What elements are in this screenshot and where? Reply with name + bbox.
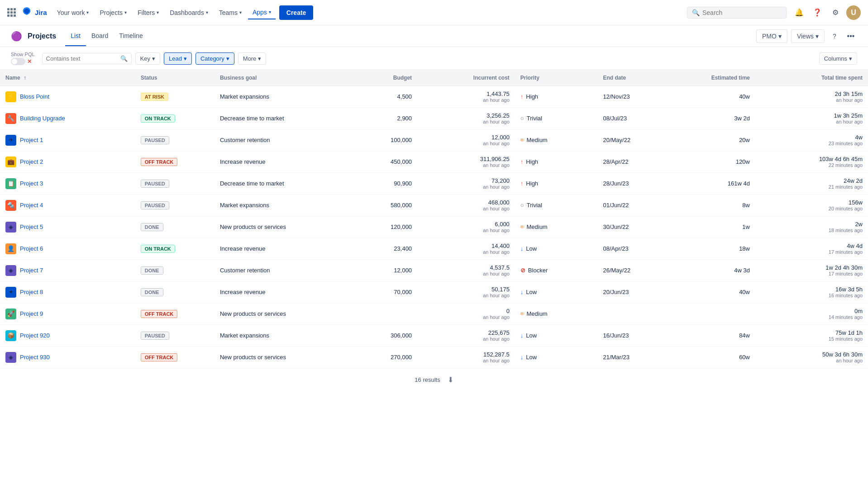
budget-cell: 23,400 — [350, 238, 417, 260]
col-business-goal[interactable]: Business goal — [215, 70, 350, 86]
download-icon[interactable]: ⬇ — [448, 375, 453, 384]
total-time-timestamp: an hour ago — [761, 358, 863, 363]
project-link[interactable]: Project 6 — [20, 245, 43, 252]
category-filter-button[interactable]: Category ▾ — [196, 52, 234, 65]
budget-cell: 4,500 — [350, 86, 417, 108]
table-row: ◈ Project 930 OFF TRACK New products or … — [0, 347, 868, 368]
project-icon-img: ✈ — [5, 135, 16, 146]
user-avatar[interactable]: U — [846, 5, 861, 20]
nav-your-work[interactable]: Your work ▾ — [52, 6, 94, 19]
project-link[interactable]: Project 1 — [20, 137, 43, 143]
status-badge: DONE — [141, 266, 163, 275]
top-navigation: Jira Your work ▾ Projects ▾ Filters ▾ Da… — [0, 0, 868, 25]
col-budget[interactable]: Budget — [350, 70, 417, 86]
end-date-cell: 28/Apr/22 — [597, 151, 672, 173]
chevron-down-icon: ▾ — [269, 10, 271, 14]
project-link[interactable]: Project 9 — [20, 310, 43, 317]
total-time-timestamp: 18 minutes ago — [761, 228, 863, 233]
priority-label: Low — [526, 289, 537, 295]
help-button[interactable]: ❓ — [810, 5, 825, 20]
show-pql-toggle-container: Show PQL ✕ — [11, 52, 35, 65]
project-link[interactable]: Project 920 — [20, 332, 50, 339]
col-status[interactable]: Status — [135, 70, 215, 86]
project-name-cell: 🔩 Project 4 — [0, 195, 135, 216]
priority-icon: ⊘ — [520, 267, 525, 274]
priority-label: High — [526, 158, 538, 165]
jira-logo[interactable]: Jira — [21, 7, 47, 18]
priority-cell: ○ Trivial — [515, 108, 598, 129]
project-link[interactable]: Project 8 — [20, 289, 43, 295]
nav-projects[interactable]: Projects ▾ — [95, 6, 131, 19]
budget-cell: 12,000 — [350, 260, 417, 281]
text-search-input[interactable] — [46, 55, 119, 62]
total-time-cell: 1w 2d 4h 30m 17 minutes ago — [755, 260, 868, 281]
chevron-down-icon: ▾ — [778, 33, 782, 40]
end-date-cell: 12/Nov/23 — [597, 86, 672, 108]
status-badge: ON TRACK — [141, 114, 175, 123]
col-incurrent-cost[interactable]: Incurrent cost — [417, 70, 515, 86]
priority-cell: ○ Trivial — [515, 195, 598, 216]
nav-dashboards[interactable]: Dashboards ▾ — [165, 6, 213, 19]
tab-board[interactable]: Board — [86, 26, 114, 46]
total-time-timestamp: 15 minutes ago — [761, 336, 863, 342]
project-header: 🟣 Projects List Board Timeline PMO ▾ Vie… — [0, 25, 868, 47]
nav-teams[interactable]: Teams ▾ — [215, 6, 246, 19]
views-button[interactable]: Views ▾ — [791, 29, 825, 43]
total-time-cell: 75w 1d 1h 15 minutes ago — [755, 325, 868, 347]
project-link[interactable]: Project 930 — [20, 354, 50, 361]
priority-icon: ↓ — [520, 354, 524, 361]
chevron-down-icon: ▾ — [258, 55, 261, 62]
col-name[interactable]: Name ↑ — [0, 70, 135, 86]
priority-label: High — [526, 180, 538, 187]
project-link[interactable]: Project 3 — [20, 180, 43, 187]
col-end-date[interactable]: End date — [597, 70, 672, 86]
incurrent-cost-timestamp: an hour ago — [423, 141, 510, 146]
inline-help-button[interactable]: ? — [828, 30, 841, 43]
incurrent-cost-timestamp: an hour ago — [423, 206, 510, 211]
total-time-cell: 103w 4d 6h 45m 22 minutes ago — [755, 151, 868, 173]
text-search-box[interactable]: 🔍 — [42, 53, 132, 64]
search-input[interactable] — [702, 9, 775, 16]
col-priority[interactable]: Priority — [515, 70, 598, 86]
app-switcher-button[interactable] — [7, 8, 16, 17]
project-link[interactable]: Project 7 — [20, 267, 43, 274]
project-link[interactable]: Bloss Point — [20, 93, 49, 100]
incurrent-cost-timestamp: an hour ago — [423, 97, 510, 103]
notifications-button[interactable]: 🔔 — [792, 5, 806, 20]
more-options-button[interactable]: ••• — [844, 30, 857, 43]
incurrent-cost-timestamp: an hour ago — [423, 293, 510, 298]
key-filter-button[interactable]: Key ▾ — [135, 52, 160, 65]
lead-filter-button[interactable]: Lead ▾ — [164, 52, 192, 65]
business-goal-cell: Customer retention — [215, 260, 350, 281]
project-link[interactable]: Project 5 — [20, 223, 43, 230]
estimated-time-cell: 84w — [672, 325, 755, 347]
settings-button[interactable]: ⚙ — [828, 5, 843, 20]
col-total-time-spent[interactable]: Total time spent — [755, 70, 868, 86]
project-link[interactable]: Project 4 — [20, 202, 43, 209]
estimated-time-cell: 3w 2d — [672, 108, 755, 129]
show-pql-toggle[interactable] — [11, 58, 25, 65]
columns-button[interactable]: Columns ▾ — [819, 52, 857, 65]
tab-timeline[interactable]: Timeline — [114, 26, 148, 46]
end-date-cell: 16/Jun/23 — [597, 325, 672, 347]
end-date-cell: 08/Apr/23 — [597, 238, 672, 260]
nav-filters[interactable]: Filters ▾ — [133, 6, 163, 19]
incurrent-cost-timestamp: an hour ago — [423, 249, 510, 255]
nav-apps[interactable]: Apps ▾ — [248, 6, 276, 19]
project-link[interactable]: Building Upgrade — [20, 115, 65, 122]
tab-list[interactable]: List — [65, 26, 86, 46]
priority-icon: ↓ — [520, 332, 524, 339]
project-link[interactable]: Project 2 — [20, 158, 43, 165]
search-box[interactable]: 🔍 — [687, 7, 787, 19]
col-estimated-time[interactable]: Estimated time — [672, 70, 755, 86]
chevron-down-icon: ▾ — [157, 10, 159, 15]
priority-label: High — [526, 93, 538, 100]
total-time-timestamp: 22 minutes ago — [761, 162, 863, 168]
pmo-button[interactable]: PMO ▾ — [756, 29, 787, 43]
incurrent-cost-timestamp: an hour ago — [423, 162, 510, 168]
total-time-cell: 24w 2d 21 minutes ago — [755, 173, 868, 195]
create-button[interactable]: Create — [279, 5, 314, 20]
more-filter-button[interactable]: More ▾ — [238, 52, 267, 65]
estimated-time-cell: 20w — [672, 129, 755, 151]
status-cell: PAUSED — [135, 325, 215, 347]
